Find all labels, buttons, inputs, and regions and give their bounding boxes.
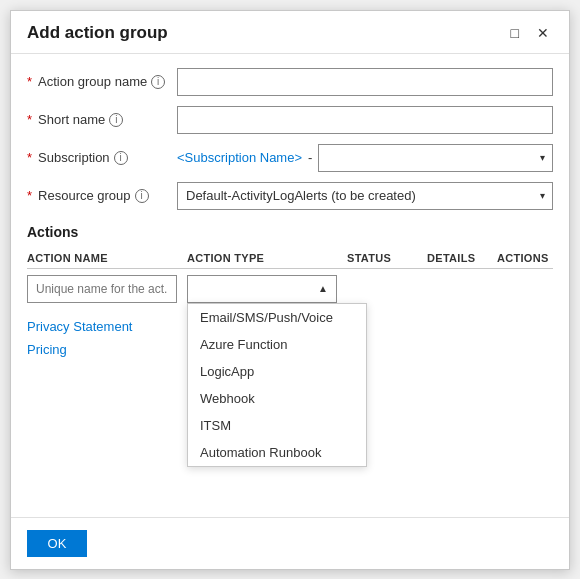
short-name-label: * Short name i [27, 112, 177, 127]
actions-section-title: Actions [27, 224, 553, 240]
action-name-cell [27, 275, 187, 303]
required-star-3: * [27, 150, 32, 165]
dropdown-item-webhook[interactable]: Webhook [188, 385, 366, 412]
header-icons: □ ✕ [507, 23, 553, 43]
action-group-name-info-icon: i [151, 75, 165, 89]
short-name-info-icon: i [109, 113, 123, 127]
action-group-name-row: * Action group name i [27, 68, 553, 96]
action-name-input[interactable] [27, 275, 177, 303]
col-actions: ACTIONS [497, 252, 567, 264]
required-star-2: * [27, 112, 32, 127]
subscription-select-wrapper: ▾ [318, 144, 553, 172]
dropdown-item-itsm[interactable]: ITSM [188, 412, 366, 439]
dialog-title: Add action group [27, 23, 168, 43]
short-name-input[interactable] [177, 106, 553, 134]
subscription-control: <Subscription Name> - ▾ [177, 144, 553, 172]
dropdown-item-logicapp[interactable]: LogicApp [188, 358, 366, 385]
dialog-footer: OK [11, 517, 569, 569]
dialog-header: Add action group □ ✕ [11, 11, 569, 54]
resource-group-row: * Resource group i Default-ActivityLogAl… [27, 182, 553, 210]
subscription-info-icon: i [114, 151, 128, 165]
subscription-separator: - [308, 150, 312, 165]
action-type-field[interactable]: ▲ [187, 275, 337, 303]
resource-group-select-wrapper: Default-ActivityLogAlerts (to be created… [177, 182, 553, 210]
table-row: ▲ Email/SMS/Push/Voice Azure Function Lo… [27, 275, 553, 303]
action-type-chevron-icon: ▲ [318, 283, 328, 294]
dialog-body: * Action group name i * Short name i * S… [11, 54, 569, 371]
close-icon[interactable]: ✕ [533, 23, 553, 43]
ok-button[interactable]: OK [27, 530, 87, 557]
resource-group-text: Resource group [38, 188, 131, 203]
subscription-select[interactable] [318, 144, 553, 172]
subscription-label: * Subscription i [27, 150, 177, 165]
required-star: * [27, 74, 32, 89]
col-action-type: ACTION TYPE [187, 252, 347, 264]
actions-table-header: ACTION NAME ACTION TYPE STATUS DETAILS A… [27, 248, 553, 269]
subscription-name: <Subscription Name> [177, 150, 302, 165]
action-group-name-label: * Action group name i [27, 74, 177, 89]
col-action-name: ACTION NAME [27, 252, 187, 264]
dropdown-item-azure-function[interactable]: Azure Function [188, 331, 366, 358]
action-type-dropdown: ▲ Email/SMS/Push/Voice Azure Function Lo… [187, 275, 337, 303]
col-status: STATUS [347, 252, 427, 264]
resource-group-select[interactable]: Default-ActivityLogAlerts (to be created… [177, 182, 553, 210]
col-details: DETAILS [427, 252, 497, 264]
short-name-row: * Short name i [27, 106, 553, 134]
resource-group-info-icon: i [135, 189, 149, 203]
action-type-dropdown-menu: Email/SMS/Push/Voice Azure Function Logi… [187, 303, 367, 467]
resource-group-label: * Resource group i [27, 188, 177, 203]
maximize-icon[interactable]: □ [507, 23, 523, 43]
required-star-4: * [27, 188, 32, 203]
subscription-row: * Subscription i <Subscription Name> - ▾ [27, 144, 553, 172]
dropdown-item-automation-runbook[interactable]: Automation Runbook [188, 439, 366, 466]
action-type-cell: ▲ Email/SMS/Push/Voice Azure Function Lo… [187, 275, 347, 303]
dropdown-item-email[interactable]: Email/SMS/Push/Voice [188, 304, 366, 331]
add-action-group-dialog: Add action group □ ✕ * Action group name… [10, 10, 570, 570]
action-group-name-input[interactable] [177, 68, 553, 96]
